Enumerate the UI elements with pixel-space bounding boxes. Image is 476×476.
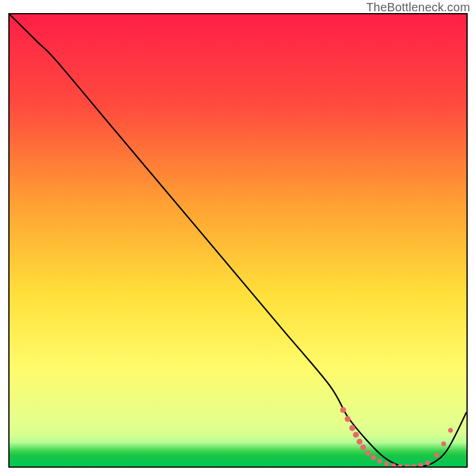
curve-marker [349,425,355,431]
bottleneck-curve [10,14,466,466]
curve-marker [448,428,453,433]
curve-marker [425,461,430,465]
curve-marker [371,455,377,460]
curve-marker [377,459,382,464]
plot-area [8,13,468,468]
bottleneck-curve-svg [10,14,466,466]
chart-container: TheBottleneck.com [0,0,476,476]
curve-marker [441,441,446,446]
curve-marker [345,416,350,422]
curve-marker [360,444,366,450]
curve-marker [405,464,409,466]
attribution-text: TheBottleneck.com [366,1,470,14]
curve-marker [384,461,389,466]
curve-marker [356,439,362,444]
curve-marker [340,407,346,413]
curve-marker [418,463,423,466]
curve-marker [365,450,371,456]
curve-marker [353,432,359,438]
curve-marker [398,464,403,466]
curve-marker [412,464,416,466]
curve-marker [434,453,439,458]
